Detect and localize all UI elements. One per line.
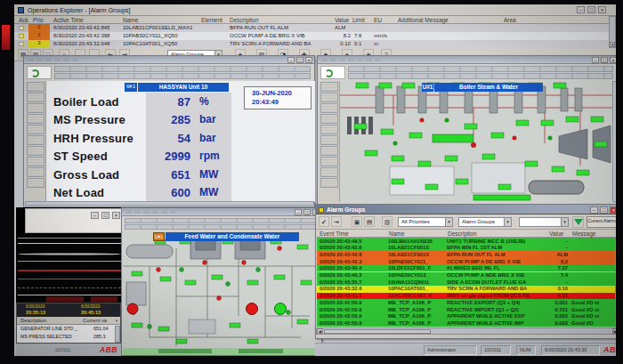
sidebar-button[interactable]	[320, 135, 338, 145]
export-icon[interactable]: ▤	[364, 216, 375, 227]
trend-window[interactable]: – □ ×	[16, 207, 125, 303]
current-alarms-button[interactable]: Current Alarms	[587, 216, 616, 228]
minimize-icon[interactable]: –	[91, 212, 99, 219]
ack-checkbox[interactable]	[19, 34, 24, 39]
boiler-window-titlebar[interactable]: – □ ×	[318, 56, 616, 64]
sidebar-button[interactable]	[27, 146, 44, 156]
feedwater-toolbar-chips[interactable]	[125, 218, 320, 223]
unit-toolbar-chips[interactable]	[54, 73, 311, 79]
close-icon[interactable]: ×	[598, 6, 606, 13]
scroll-right-icon[interactable]: ▶	[612, 328, 616, 334]
close-icon[interactable]: ×	[610, 57, 616, 63]
minimize-icon[interactable]: –	[295, 209, 302, 215]
sidebar-button[interactable]	[27, 114, 44, 124]
boiler-window[interactable]: – □ ×	[317, 55, 616, 207]
alarm-event-row[interactable]: 0/2020 20:43:40.310PAB30CY013_OCCW PUMP …	[317, 272, 615, 279]
close-icon[interactable]: ×	[610, 206, 616, 214]
sidebar-button[interactable]	[27, 93, 44, 102]
history-row[interactable]: GENERATOR LINE STD _ 651.04	[17, 326, 120, 334]
sidebar-button[interactable]	[320, 157, 338, 166]
alarm-row[interactable]: 3 6/30/2020 20:43:32.648 10PAC10AT001_XQ…	[14, 40, 616, 48]
alarm-event-row[interactable]: 0/2020 20:42:50.9MB_TCP_A106_PREACTIVE I…	[317, 306, 615, 313]
unit-window-titlebar[interactable]: – □ ×	[24, 56, 314, 64]
minimize-icon[interactable]: –	[592, 57, 599, 63]
col-name[interactable]: Name	[389, 231, 404, 237]
feedwater-window[interactable]: – □ ×	[121, 207, 322, 356]
feedwater-titlebar[interactable]: – □ ×	[122, 208, 321, 216]
alarm-event-row[interactable]: 0/2020 20:43:42.310PAB30CY011_OCCW PUMP …	[317, 258, 615, 265]
alarm-event-row[interactable]: 0/2020 20:42:50.9MB_TCP_A106_PAPPARENT W…	[317, 320, 615, 327]
filter-combo[interactable]: ▾	[519, 217, 569, 227]
unit-overview-window[interactable]: – □ × U# 1 HASSYAN Unit 10 30-JUN-2020 2…	[23, 55, 315, 207]
close-icon[interactable]: ×	[305, 57, 312, 63]
col-value[interactable]: Value	[549, 231, 563, 237]
maximize-icon[interactable]: □	[587, 6, 595, 13]
alarm-list-scrollbar[interactable]: ▼	[609, 16, 616, 48]
alarm-window-titlebar[interactable]: Alarm Groups – □ ×	[316, 205, 616, 214]
ack-icon[interactable]: ✔	[319, 216, 329, 227]
alarm-event-row[interactable]: 0/2020 20:42:50.9MB_TCP_A106_PREACTIVE E…	[317, 299, 615, 306]
alarm-hscrollbar[interactable]: ◀ ▶	[316, 328, 616, 335]
ack-checkbox[interactable]	[19, 42, 24, 47]
sidebar-button[interactable]	[27, 178, 44, 188]
sidebar-button[interactable]	[27, 125, 44, 134]
history-col-current[interactable]: Current va	[83, 318, 107, 323]
filter-icon[interactable]	[572, 216, 584, 228]
unit-toolbar-chips[interactable]	[54, 66, 311, 72]
minimize-icon[interactable]: –	[287, 57, 295, 63]
feedwater-toolbar-chips[interactable]	[125, 224, 320, 230]
maximize-icon[interactable]: □	[601, 57, 608, 63]
sidebar-button[interactable]	[27, 167, 44, 177]
col-message[interactable]: Message	[572, 231, 595, 237]
scroll-down-icon[interactable]: ▼	[610, 42, 615, 47]
col-event-time[interactable]: Event Time	[320, 231, 349, 237]
priorities-combo[interactable]: All Priorities ▾	[398, 217, 453, 227]
ack-checkbox[interactable]	[19, 26, 24, 31]
boiler-vscrollbar[interactable]	[612, 81, 616, 202]
alarm-event-row[interactable]: 0/2020 20:43:32.610PAC10AT001_TRV SCRN A…	[317, 286, 615, 293]
ack-page-icon[interactable]: ⇥	[331, 216, 342, 227]
sidebar-button[interactable]	[27, 82, 44, 92]
alarm-hscroll-thumb[interactable]	[324, 329, 431, 335]
alarm-event-row[interactable]: 0/2020 20:43:42.810LAB21CF001SBFPA MIN F…	[317, 245, 615, 252]
save-icon[interactable]: ▣	[352, 216, 362, 227]
minimize-icon[interactable]: –	[577, 6, 585, 13]
alarm-event-row[interactable]: 0/2020 20:43:42.810LAB21CF001SBFPA RUN O…	[317, 251, 615, 258]
chevron-down-icon[interactable]: ▾	[504, 218, 511, 226]
maximize-icon[interactable]: □	[600, 206, 608, 214]
boiler-toolbar-chips[interactable]	[348, 73, 613, 79]
history-row[interactable]: MS PRESS SELECTED 285.3	[17, 334, 120, 342]
alarm-groups-window[interactable]: Alarm Groups – □ × ✔ ⇥ ▣ ▤ ▥ All Priorit…	[315, 204, 616, 339]
sidebar-button[interactable]	[320, 114, 338, 124]
sidebar-button[interactable]	[320, 93, 338, 102]
sidebar-button[interactable]	[320, 146, 338, 156]
col-description[interactable]: Description	[448, 231, 477, 237]
close-icon[interactable]: ×	[112, 212, 120, 219]
chevron-down-icon[interactable]: ▾	[445, 218, 452, 226]
history-scrollbar[interactable]	[115, 326, 120, 343]
maximize-icon[interactable]: □	[303, 209, 311, 215]
maximize-icon[interactable]: □	[296, 57, 303, 63]
minimize-icon[interactable]: –	[590, 206, 598, 214]
scroll-left-icon[interactable]: ◀	[317, 328, 323, 334]
groups-combo[interactable]: Alarm Groups ▾	[458, 217, 512, 227]
alarm-row[interactable]: 2 6/30/2020 20:43:42.845 10LAB21CP001SEL…	[14, 24, 616, 32]
alarm-vscrollbar[interactable]: ▼	[615, 238, 616, 328]
alarm-row[interactable]: 2 6/30/2020 20:43:42.398 10PAB30CY011_XQ…	[14, 32, 616, 40]
alarm-event-row[interactable]: 0/2020 20:43:35.710HNA11CQ001LSIDE A ECO…	[317, 279, 615, 286]
sidebar-button[interactable]	[27, 135, 44, 145]
sidebar-button[interactable]	[27, 103, 44, 113]
alarm-event-row[interactable]: 0/2020 20:42:50.9MB_TCP_A106_PAPPARENT W…	[317, 313, 615, 320]
sidebar-button[interactable]	[320, 103, 338, 113]
alarm-event-row[interactable]: 0/2020 20:43:40.410LDF21CF001_F#1 MIXED …	[317, 265, 615, 272]
print-icon[interactable]: ▥	[382, 216, 392, 227]
maximize-icon[interactable]: □	[101, 212, 109, 219]
sidebar-button[interactable]	[320, 82, 338, 92]
sort-icon[interactable]: ▲	[115, 318, 118, 322]
sidebar-button[interactable]	[320, 167, 338, 177]
chevron-down-icon[interactable]: ▾	[561, 218, 568, 226]
unit-hscrollbar[interactable]	[25, 201, 314, 206]
sidebar-button[interactable]	[320, 178, 338, 188]
sidebar-button[interactable]	[27, 157, 44, 166]
boiler-toolbar-chips[interactable]	[348, 66, 613, 72]
